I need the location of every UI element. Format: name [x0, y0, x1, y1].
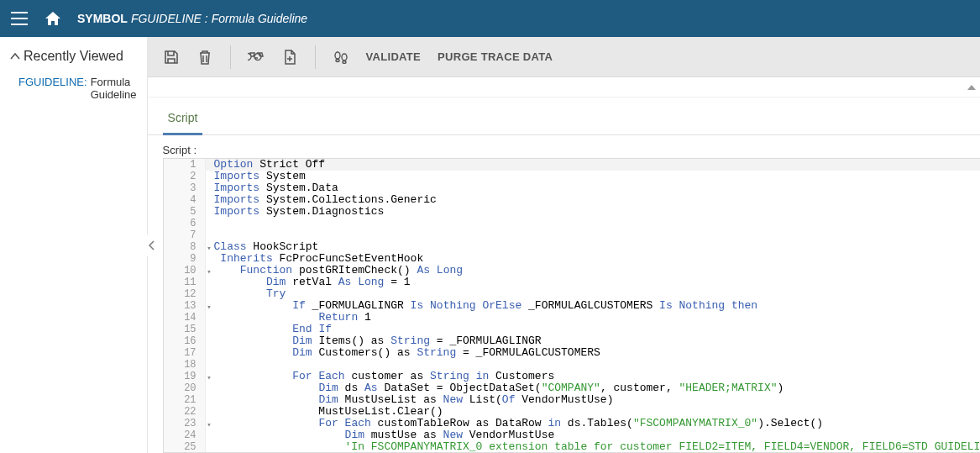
- chevron-up-icon: [10, 52, 20, 61]
- purge-trace-button[interactable]: PURGE TRACE DATA: [438, 50, 553, 63]
- line-number: 1: [164, 159, 206, 171]
- recently-viewed-label: Recently Viewed: [24, 49, 123, 64]
- code-line[interactable]: 5Imports System.Diagnostics: [164, 206, 980, 218]
- fold-toggle-icon[interactable]: ▾: [207, 419, 211, 431]
- code-text: Dim MustUseList as New List(Of VendorMus…: [206, 394, 614, 406]
- move-up-icon[interactable]: [967, 83, 977, 92]
- binoculars-icon: [248, 50, 265, 64]
- delete-button[interactable]: [197, 45, 213, 69]
- title-code: FGUIDELINE :: [131, 12, 208, 25]
- fold-toggle-icon[interactable]: ▾: [207, 372, 211, 384]
- code-text: For Each customTableRow as DataRow in ds…: [206, 418, 824, 429]
- line-number: 17: [164, 347, 206, 359]
- trash-icon: [198, 50, 212, 65]
- line-number: 8▾: [164, 241, 206, 253]
- line-number: 2: [164, 171, 206, 182]
- recently-viewed-item[interactable]: FGUIDELINE: Formula Guideline: [10, 72, 137, 104]
- line-number: 25: [164, 441, 206, 453]
- line-number: 3: [164, 182, 206, 194]
- fold-toggle-icon[interactable]: ▾: [207, 302, 211, 313]
- code-line[interactable]: 3Imports System.Data: [164, 182, 980, 194]
- svg-point-3: [343, 61, 346, 63]
- code-line[interactable]: 6: [164, 218, 980, 229]
- code-text: Class HookScript: [206, 241, 319, 253]
- code-text: Try: [206, 288, 286, 300]
- line-number: 9: [164, 253, 206, 265]
- editor-label: Script :: [163, 144, 980, 156]
- code-text: Imports System.Collections.Generic: [206, 194, 437, 206]
- svg-point-0: [335, 52, 340, 59]
- code-text: Dim Customers() as String = _FORMULAGLCU…: [206, 347, 600, 359]
- code-text: Function postGRItemCheck() As Long: [206, 265, 464, 277]
- footprints-icon: [333, 50, 349, 64]
- window-controls: [148, 77, 980, 97]
- code-line[interactable]: 1Option Strict Off: [164, 159, 980, 171]
- line-number: 13▾: [164, 300, 206, 312]
- panel-collapse-handle[interactable]: [147, 234, 157, 256]
- trace-button[interactable]: [333, 45, 349, 69]
- code-line[interactable]: 16 Dim Items() as String = _FORMULAGLING…: [164, 335, 980, 347]
- code-line[interactable]: 12 Try: [164, 288, 980, 300]
- title-desc: Formula Guideline: [212, 12, 307, 25]
- toolbar: VALIDATE PURGE TRACE DATA: [148, 37, 980, 77]
- code-line[interactable]: 19▾ For Each customer as String in Custo…: [164, 371, 980, 382]
- file-plus-icon: [283, 50, 296, 65]
- code-line[interactable]: 7: [164, 229, 980, 241]
- recently-viewed-toggle[interactable]: Recently Viewed: [10, 49, 137, 64]
- title-symbol: SYMBOL: [77, 12, 128, 25]
- main-area: VALIDATE PURGE TRACE DATA Script Script …: [148, 37, 980, 453]
- code-line[interactable]: 15 End If: [164, 324, 980, 335]
- code-line[interactable]: 4Imports System.Collections.Generic: [164, 194, 980, 206]
- fold-toggle-icon[interactable]: ▾: [207, 266, 211, 278]
- code-text: Dim ds As DataSet = ObjectDataSet("COMPA…: [206, 382, 784, 394]
- line-number: 11: [164, 277, 206, 288]
- line-number: 23▾: [164, 418, 206, 429]
- menu-icon[interactable]: [10, 9, 29, 28]
- line-number: 12: [164, 288, 206, 300]
- tab-bar: Script: [148, 97, 980, 135]
- code-line[interactable]: 14 Return 1: [164, 312, 980, 324]
- line-number: 15: [164, 324, 206, 335]
- script-editor: Script : 1Option Strict Off2Imports Syst…: [148, 135, 980, 453]
- code-line[interactable]: 2Imports System: [164, 171, 980, 182]
- line-number: 21: [164, 394, 206, 406]
- validate-button[interactable]: VALIDATE: [366, 50, 421, 63]
- toolbar-separator: [230, 45, 231, 69]
- code-line[interactable]: 23▾ For Each customTableRow as DataRow i…: [164, 418, 980, 429]
- code-text: Dim Items() as String = _FORMULAGLINGR: [206, 335, 542, 347]
- find-button[interactable]: [248, 45, 265, 69]
- rv-item-desc: Formula Guideline: [91, 76, 137, 101]
- new-file-button[interactable]: [281, 45, 298, 69]
- line-number: 18: [164, 359, 206, 371]
- code-text: Return 1: [206, 312, 371, 324]
- code-line[interactable]: 20 Dim ds As DataSet = ObjectDataSet("CO…: [164, 382, 980, 394]
- code-area[interactable]: 1Option Strict Off2Imports System3Import…: [163, 158, 980, 453]
- fold-toggle-icon[interactable]: ▾: [207, 243, 211, 255]
- svg-point-1: [336, 59, 339, 61]
- code-line[interactable]: 17 Dim Customers() as String = _FORMULAG…: [164, 347, 980, 359]
- line-number: 5: [164, 206, 206, 218]
- code-line[interactable]: 9 Inherits FcProcFuncSetEventHook: [164, 253, 980, 265]
- svg-point-2: [342, 54, 347, 61]
- rv-item-link[interactable]: FGUIDELINE:: [18, 76, 87, 101]
- code-text: If _FORMULAGLINGR Is Nothing OrElse _FOR…: [206, 300, 758, 312]
- code-line[interactable]: 22 MustUseList.Clear(): [164, 406, 980, 418]
- tab-script[interactable]: Script: [163, 106, 203, 135]
- code-line[interactable]: 10▾ Function postGRItemCheck() As Long: [164, 265, 980, 277]
- code-text: [206, 229, 214, 241]
- line-number: 14: [164, 312, 206, 324]
- code-line[interactable]: 24 Dim mustUse as New VendorMustUse: [164, 429, 980, 441]
- code-line[interactable]: 18: [164, 359, 980, 371]
- code-line[interactable]: 21 Dim MustUseList as New List(Of Vendor…: [164, 394, 980, 406]
- code-line[interactable]: 13▾ If _FORMULAGLINGR Is Nothing OrElse …: [164, 300, 980, 312]
- code-line[interactable]: 8▾Class HookScript: [164, 241, 980, 253]
- code-text: Dim mustUse as New VendorMustUse: [206, 429, 555, 441]
- line-number: 16: [164, 335, 206, 347]
- toolbar-separator: [315, 45, 316, 69]
- home-icon[interactable]: [44, 9, 62, 28]
- code-line[interactable]: 11 Dim retVal As Long = 1: [164, 277, 980, 288]
- code-line[interactable]: 25 'In FSCOMPANYMATRIX_0 extension table…: [164, 441, 980, 453]
- line-number: 22: [164, 406, 206, 418]
- save-button[interactable]: [163, 45, 180, 69]
- code-text: Imports System.Data: [206, 182, 338, 194]
